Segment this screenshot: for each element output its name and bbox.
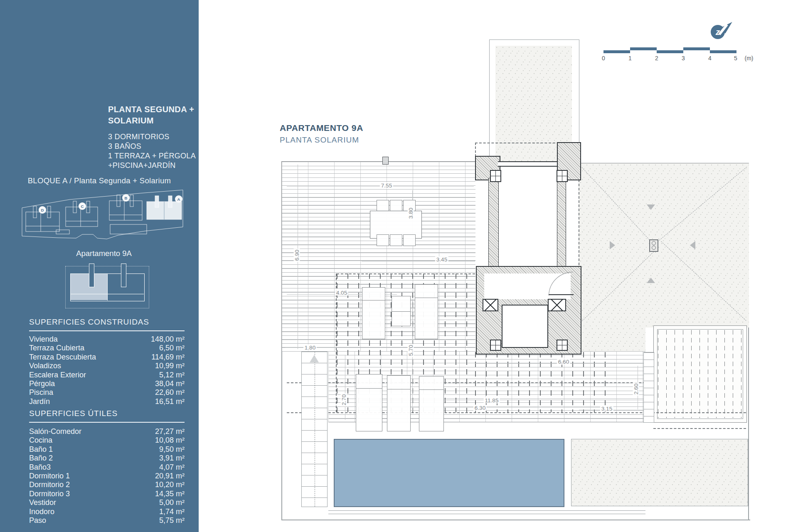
roof-drain (649, 239, 658, 252)
core-beam (498, 161, 557, 167)
scale-label: 0 (602, 55, 605, 62)
dashed-line (475, 143, 476, 157)
sun-lounger (356, 374, 382, 431)
core-wall (557, 178, 566, 275)
door-leaf (549, 294, 574, 295)
scale-label: 3 (682, 55, 685, 62)
pergola-edge (337, 273, 475, 274)
chair (403, 234, 416, 246)
sun-lounger (415, 284, 438, 339)
slope-arrow-icon (610, 241, 615, 249)
dimension-label: 5.70 (408, 344, 414, 357)
post (382, 157, 389, 165)
window-marker (548, 299, 566, 311)
step-strip (643, 352, 654, 423)
plan-boundary-bottom (281, 520, 750, 520)
exterior-stair (301, 351, 328, 507)
dim-line (345, 355, 345, 420)
column (490, 340, 501, 351)
column (557, 170, 568, 182)
plan-title: APARTAMENTO 9A (280, 123, 363, 133)
pergola-b (653, 325, 747, 423)
scale-label: 1 (628, 55, 632, 62)
dimension-label: 6.30 (473, 405, 487, 411)
scale-label: (m) (745, 55, 754, 62)
pool-coping (328, 514, 645, 514)
chair (390, 234, 402, 246)
slope-arrow-icon (647, 278, 655, 283)
dimension-label: 2.60 (633, 382, 639, 396)
dimension-label: 1.80 (303, 345, 317, 351)
column (557, 340, 568, 351)
dimension-label: 3.15 (600, 406, 613, 412)
plan-subtitle: PLANTA SOLARIUM (280, 135, 359, 145)
core-inner-room (502, 305, 548, 348)
pool-coping (328, 510, 645, 511)
plan-boundary-left (281, 351, 282, 520)
scale-label: 5 (734, 55, 737, 62)
dimension-label: 7.55 (380, 182, 393, 189)
sun-lounger (419, 376, 444, 431)
window-marker (483, 299, 498, 311)
dimension-label: 2.70 (341, 393, 347, 406)
dim-line (362, 261, 475, 261)
stair-direction-arrow (310, 355, 319, 362)
dimension-label: 3.80 (408, 207, 414, 220)
page: PLANTA SEGUNDA + SOLARIUM 3 DORMITORIOS3… (0, 0, 798, 532)
slope-arrow-icon (690, 241, 695, 249)
dimension-label: 6.90 (294, 249, 300, 262)
garden (571, 439, 748, 506)
chair (390, 200, 402, 212)
roof-area-strip (579, 327, 645, 351)
dimension-label: 4.05 (335, 290, 348, 296)
dashed-line (653, 428, 746, 429)
pool (334, 439, 564, 507)
side-table (392, 296, 411, 326)
dashed-line (287, 382, 645, 383)
dim-line (579, 410, 653, 410)
dimension-label: 11.85 (484, 397, 500, 404)
column (490, 170, 501, 182)
chair (377, 234, 389, 246)
sun-lounger (387, 375, 411, 431)
roof-area (579, 163, 749, 328)
core-wall (488, 178, 499, 275)
dimension-label: 3.45 (435, 256, 448, 263)
sun-lounger (362, 287, 385, 339)
scale-label: 4 (708, 55, 712, 62)
floor-plan: z 012345(m) APARTAMENTO 9A PLANTA SOLARI… (0, 0, 798, 532)
slope-arrow-icon (647, 204, 655, 210)
dimension-label: 6.60 (557, 359, 570, 365)
scale-label: 2 (655, 55, 658, 62)
chair (377, 200, 389, 212)
